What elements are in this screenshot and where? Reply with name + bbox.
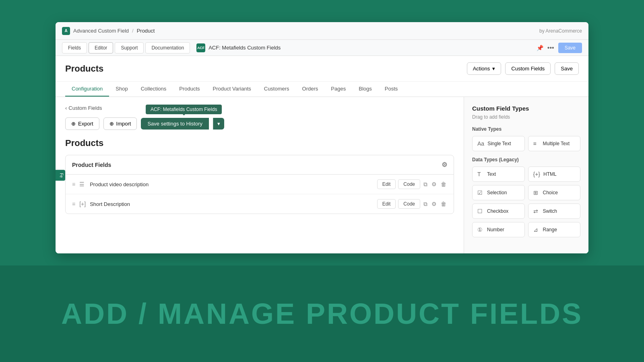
actions-button[interactable]: Actions ▾ [467, 62, 502, 75]
range-icon: ⊿ [533, 226, 540, 233]
copy-button[interactable]: ⧉ [423, 180, 428, 189]
top-bar-left: A Advanced Custom Field / Product [62, 27, 155, 35]
save-history-dropdown[interactable]: ▾ [213, 118, 224, 130]
nav-tab-customers[interactable]: Customers [258, 82, 296, 97]
number-label: Number [487, 227, 504, 232]
top-bar: A Advanced Custom Field / Product by Are… [56, 22, 588, 40]
browser-window: A Advanced Custom Field / Product by Are… [56, 22, 588, 253]
nav-tab-shop[interactable]: Shop [109, 82, 134, 97]
type-card-multiple-text[interactable]: ≡ Multiple Text [528, 136, 581, 151]
app-logo: ACF [196, 43, 205, 52]
copy-button[interactable]: ⧉ [423, 200, 428, 208]
save-history-button[interactable]: Save settings to History [141, 118, 209, 130]
custom-fields-button[interactable]: Custom Fields [505, 62, 551, 75]
tab-bar-right: 📌 ••• Save [537, 43, 582, 53]
breadcrumb-app: Advanced Custom Field [73, 28, 129, 34]
single-text-label: Single Text [487, 141, 511, 146]
settings-button[interactable]: ⚙ [431, 180, 438, 188]
nav-tab-configuration[interactable]: Configuration [65, 82, 109, 97]
type-card-text[interactable]: T Text [472, 167, 525, 182]
tab-bar: Fields Editor Support Documentation ACF … [56, 40, 588, 56]
side-tab[interactable]: Fe [56, 170, 65, 181]
checkbox-icon: ☐ [477, 208, 484, 214]
field-actions: Edit Code ⧉ ⚙ 🗑 [377, 179, 447, 189]
nav-tab-product-variants[interactable]: Product Variants [206, 82, 258, 97]
field-actions: Edit Code ⧉ ⚙ 🗑 [377, 199, 447, 209]
type-card-number[interactable]: ① Number [472, 222, 525, 237]
tab-documentation[interactable]: Documentation [145, 42, 190, 53]
nav-tab-pages[interactable]: Pages [324, 82, 352, 97]
html-label: HTML [543, 171, 557, 177]
page-title: Products [65, 64, 103, 74]
type-card-range[interactable]: ⊿ Range [528, 222, 581, 237]
multiple-text-label: Multiple Text [543, 141, 570, 146]
choice-icon: ⊞ [533, 189, 540, 196]
tooltip: ACF: Metafields Custom Fields [146, 105, 222, 114]
pin-icon[interactable]: 📌 [537, 45, 543, 51]
range-label: Range [543, 227, 557, 232]
edit-button[interactable]: Edit [377, 179, 396, 189]
breadcrumb-page: Product [137, 28, 155, 34]
panel-subtitle: Drag to add fields [472, 114, 580, 120]
switch-icon: ⇄ [533, 208, 540, 214]
import-icon: ⊕ [109, 121, 114, 127]
code-button[interactable]: Code [398, 199, 420, 209]
nav-tab-blogs[interactable]: Blogs [352, 82, 378, 97]
html-icon: {+} [533, 171, 541, 177]
type-card-choice[interactable]: ⊞ Choice [528, 185, 581, 200]
banner-text: ADD / MANAGE PRODUCT FIELDS [61, 297, 583, 330]
save-button-main[interactable]: Save [555, 62, 579, 75]
native-types-label: Native Types [472, 126, 580, 132]
selection-icon: ☑ [477, 189, 484, 196]
nav-tab-collections[interactable]: Collections [134, 82, 173, 97]
type-card-checkbox[interactable]: ☐ Checkbox [472, 204, 525, 219]
choice-label: Choice [543, 190, 558, 195]
right-panel: Custom Field Types Drag to add fields Na… [464, 97, 588, 253]
type-card-selection[interactable]: ☑ Selection [472, 185, 525, 200]
checkbox-label: Checkbox [487, 208, 508, 214]
actions-chevron-icon: ▾ [492, 66, 495, 72]
drag-icon: ≡ [72, 181, 75, 187]
nav-tab-posts[interactable]: Posts [378, 82, 405, 97]
back-link[interactable]: ‹ Custom Fields [65, 105, 454, 111]
single-text-icon: Aa [477, 140, 484, 147]
nav-tab-orders[interactable]: Orders [296, 82, 325, 97]
page-header: Products Actions ▾ Custom Fields Save [56, 56, 588, 82]
back-chevron-icon: ‹ [65, 105, 67, 111]
tab-bar-tabs: Fields Editor Support Documentation [62, 42, 190, 53]
edit-button[interactable]: Edit [377, 199, 396, 209]
code-button[interactable]: Code [398, 179, 420, 189]
import-label: Import [116, 121, 131, 127]
section-title: Products [65, 138, 454, 148]
settings-button[interactable]: ⚙ [431, 200, 438, 208]
tab-editor[interactable]: Editor [89, 42, 113, 53]
nav-tab-products[interactable]: Products [173, 82, 206, 97]
field-row: ≡ ☰ Product video description Edit Code … [66, 175, 454, 194]
tab-support[interactable]: Support [115, 42, 144, 53]
bottom-banner: ADD / MANAGE PRODUCT FIELDS [0, 265, 644, 362]
export-label: Export [78, 121, 93, 127]
save-button-top[interactable]: Save [558, 43, 582, 53]
nav-tabs: Configuration Shop Collections Products … [56, 82, 588, 97]
import-button[interactable]: ⊕ Import [103, 117, 137, 130]
tab-fields[interactable]: Fields [62, 42, 87, 53]
drag-icon: ≡ [72, 201, 75, 207]
type-card-html[interactable]: {+} HTML [528, 167, 581, 182]
field-group-settings-icon[interactable]: ⚙ [442, 161, 447, 169]
field-group-header: Product Fields ⚙ [66, 155, 454, 175]
panel-title: Custom Field Types [472, 105, 580, 112]
number-icon: ① [477, 226, 484, 233]
field-name: Short Description [90, 201, 373, 207]
text-icon: T [477, 171, 484, 177]
left-panel: Fe ‹ Custom Fields ⊕ Export ⊕ Import [56, 97, 464, 253]
delete-button[interactable]: 🗑 [440, 180, 447, 188]
more-icon[interactable]: ••• [547, 44, 554, 51]
export-button[interactable]: ⊕ Export [65, 117, 99, 130]
native-types-grid: Aa Single Text ≡ Multiple Text [472, 136, 580, 151]
delete-button[interactable]: 🗑 [440, 200, 447, 208]
switch-label: Switch [543, 208, 557, 214]
type-card-switch[interactable]: ⇄ Switch [528, 204, 581, 219]
field-row: ≡ [+] Short Description Edit Code ⧉ ⚙ 🗑 [66, 194, 454, 214]
field-name: Product video description [90, 181, 373, 187]
type-card-single-text[interactable]: Aa Single Text [472, 136, 525, 151]
